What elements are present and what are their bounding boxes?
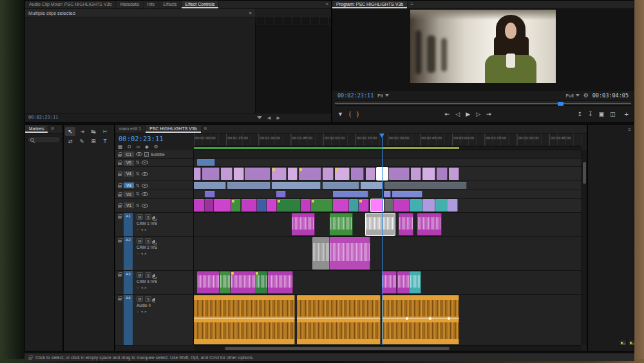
- track-lane-a3[interactable]: [194, 271, 582, 295]
- clip[interactable]: [333, 191, 368, 197]
- clip[interactable]: [299, 168, 322, 180]
- mute-button[interactable]: M: [137, 238, 143, 244]
- nested-sequence-toggle[interactable]: ▦: [118, 144, 122, 150]
- track-header-v3[interactable]: V3⇅: [115, 181, 193, 190]
- track-id-badge[interactable]: C1: [124, 152, 134, 157]
- effect-controls-properties-pane[interactable]: [25, 17, 255, 113]
- keyframe-dot[interactable]: [448, 317, 450, 320]
- snap-toggle[interactable]: Ω: [128, 144, 131, 150]
- track-id-badge[interactable]: V3: [124, 182, 134, 188]
- lock-icon[interactable]: [118, 162, 122, 165]
- volume-rubber-band[interactable]: [194, 319, 295, 319]
- effect-controls-keyframe-pane[interactable]: [255, 17, 331, 113]
- button-editor-button[interactable]: +: [625, 110, 629, 118]
- clip[interactable]: [227, 182, 270, 189]
- clip[interactable]: [257, 199, 267, 211]
- prev-keyframe-icon[interactable]: ◂: [141, 309, 143, 313]
- track-lane-v5[interactable]: [194, 159, 582, 167]
- clip[interactable]: [197, 271, 220, 293]
- tab-effect-controls[interactable]: Effect Controls: [182, 1, 220, 8]
- lock-icon[interactable]: [118, 216, 122, 219]
- clip[interactable]: [323, 182, 359, 189]
- clip[interactable]: [393, 199, 410, 211]
- clip[interactable]: [292, 213, 315, 235]
- track-lane-a2[interactable]: [194, 237, 582, 271]
- clip[interactable]: [437, 168, 448, 180]
- prev-keyframe-icon[interactable]: ◂: [141, 227, 143, 231]
- sequence-tab-main-edit-1[interactable]: main edit 1: [115, 125, 146, 133]
- toggle-track-output-icon[interactable]: [142, 204, 148, 208]
- prev-keyframe-icon[interactable]: ◂: [141, 251, 143, 255]
- clip[interactable]: [312, 237, 329, 270]
- clip[interactable]: [410, 271, 421, 293]
- keyframe-toggle-icon[interactable]: ○: [137, 228, 139, 231]
- solo-button[interactable]: S: [145, 272, 151, 278]
- track-lane-v1[interactable]: [194, 199, 582, 213]
- clip[interactable]: [399, 213, 413, 235]
- clip[interactable]: [397, 271, 410, 293]
- volume-rubber-band[interactable]: [297, 319, 381, 319]
- clip[interactable]: [411, 168, 421, 180]
- track-lane-v3[interactable]: [194, 181, 582, 190]
- clip[interactable]: [335, 168, 350, 180]
- clip[interactable]: [272, 182, 321, 189]
- clip[interactable]: [197, 159, 215, 166]
- tab-info[interactable]: Info: [144, 1, 160, 8]
- keyframe-toggle-icon[interactable]: ○: [137, 286, 139, 289]
- track-lane-v4[interactable]: [194, 167, 582, 181]
- next-keyframe-icon[interactable]: ▸: [145, 309, 147, 313]
- filter-properties-icon[interactable]: [257, 116, 262, 119]
- keyframe-dot[interactable]: [406, 317, 408, 320]
- clip[interactable]: [449, 168, 459, 180]
- type-tool[interactable]: T: [100, 137, 110, 146]
- lock-icon[interactable]: [118, 240, 122, 242]
- clip[interactable]: [422, 168, 435, 180]
- pen-tool[interactable]: ✎: [77, 137, 87, 146]
- lock-icon[interactable]: [118, 194, 122, 197]
- clip[interactable]: [267, 199, 277, 211]
- slip-tool[interactable]: ⇄: [65, 137, 75, 146]
- track-header-v1[interactable]: V1⇅: [115, 199, 193, 213]
- sequence-tab-psc-highlights-v3b[interactable]: PSC HIGHLIGHTS V3b: [146, 125, 202, 133]
- ripple-edit-tool[interactable]: ↹: [88, 127, 99, 136]
- program-scrubber[interactable]: [335, 101, 631, 106]
- clip[interactable]: [361, 182, 384, 189]
- mute-button[interactable]: M: [137, 214, 143, 220]
- lock-icon[interactable]: [118, 154, 122, 157]
- track-header-a2[interactable]: A2MSCAM 2 IVS○◂▸: [115, 237, 193, 271]
- export-frame-button[interactable]: ▣: [599, 112, 605, 117]
- lock-icon[interactable]: [118, 274, 122, 277]
- solo-button[interactable]: S: [145, 296, 151, 302]
- lock-icon[interactable]: [118, 173, 122, 176]
- expand-arrow-icon[interactable]: ▸: [249, 10, 252, 15]
- track-header-v4[interactable]: V4⇅: [115, 167, 193, 181]
- clip[interactable]: [194, 199, 205, 211]
- keyframe-toggle-icon[interactable]: ○: [137, 251, 139, 255]
- clip[interactable]: [384, 199, 393, 211]
- clip[interactable]: [389, 168, 410, 180]
- clip[interactable]: [448, 199, 458, 211]
- lock-icon[interactable]: [118, 298, 122, 300]
- clip[interactable]: [220, 271, 231, 293]
- sync-lock-icon[interactable]: ⇅: [136, 191, 140, 197]
- sync-lock-icon[interactable]: ⇅: [136, 203, 140, 208]
- track-id-badge[interactable]: A3: [124, 271, 133, 294]
- mic-icon[interactable]: [153, 216, 155, 219]
- clip[interactable]: [194, 182, 226, 189]
- timeline-lanes-area[interactable]: 00:01:00:0000:01:15:0000:01:30:0000:01:4…: [194, 133, 582, 345]
- clip[interactable]: [242, 199, 256, 211]
- track-id-badge[interactable]: A2: [124, 237, 133, 270]
- mic-icon[interactable]: [153, 298, 155, 301]
- panel-menu-icon[interactable]: ≡: [628, 127, 631, 133]
- clip[interactable]: [330, 237, 371, 270]
- clip[interactable]: [384, 182, 467, 189]
- add-marker-button[interactable]: ▼: [337, 112, 343, 117]
- clip[interactable]: [202, 168, 220, 180]
- track-header-v2[interactable]: V2⇅: [115, 190, 193, 199]
- previous-keyframe-icon[interactable]: ◀: [267, 115, 270, 120]
- clip[interactable]: [323, 168, 334, 180]
- clip[interactable]: [351, 168, 364, 180]
- program-timecode[interactable]: 00:02:23:11: [337, 92, 374, 99]
- step-forward-button[interactable]: ▷: [476, 112, 480, 117]
- clip[interactable]: [410, 199, 422, 211]
